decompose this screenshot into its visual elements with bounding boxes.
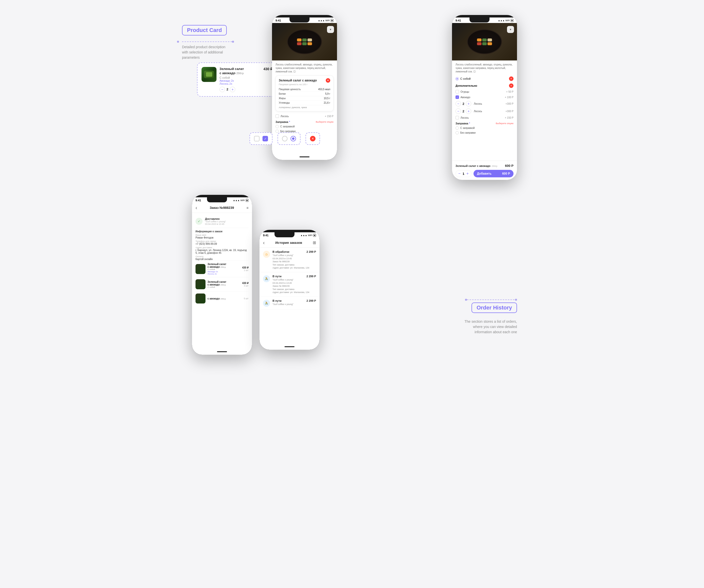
avocado-checkbox[interactable]: ✓	[456, 95, 459, 99]
delivery-sub: "Surf coffee x young"	[205, 220, 226, 223]
ingredient-name: Лосось	[281, 115, 289, 118]
phone-label: Телефон для связи:	[195, 240, 248, 243]
history-title: История заказов	[275, 241, 302, 245]
quantity-control: − 2 +	[220, 87, 273, 92]
order-history-description: The section stores a list of orders, whe…	[465, 319, 517, 335]
order-menu-icon[interactable]: ≡	[246, 206, 248, 210]
salmon-1-increase[interactable]: +	[466, 101, 471, 107]
history-back-button[interactable]: ‹	[263, 240, 265, 246]
mini-card-title: Зеленый салатс авокадо 250гр	[220, 67, 244, 75]
ui-radio-filled[interactable]	[291, 136, 296, 141]
back-button[interactable]: ‹	[195, 205, 197, 210]
product-desc-center: Лосось слабосоленый, авокадо, огурец, ру…	[276, 63, 334, 73]
order-item-3: с авокадо 250гр 5 шт	[195, 291, 248, 306]
history-filter-icon[interactable]: ⊞	[313, 240, 316, 245]
dressing-without[interactable]: Без заправки	[456, 130, 514, 135]
scroll-indicator-center	[299, 156, 309, 157]
salmon-checkbox[interactable]	[276, 114, 279, 118]
info-section-title: Информация о заказе	[195, 230, 248, 233]
mini-card-option: С собой	[220, 76, 273, 79]
qty-decrease[interactable]: −	[220, 87, 225, 92]
address-value: г. Барнаул, ул. Ленина 122А, кв. 19, под…	[195, 249, 248, 254]
notch-center	[290, 17, 309, 22]
order-history-section: Order History The section stores a list …	[465, 297, 517, 335]
status-time-right: 9:41	[456, 19, 461, 22]
order-item-1: Зеленый салатс авокадо 250гр С собой Аво…	[195, 261, 248, 277]
delivery-date: 03.04.2023 в 13:45	[205, 223, 226, 225]
ingredient-price: + 150 Р	[325, 115, 334, 118]
allergen-text: Аллергены: руккола, чукка	[279, 106, 330, 109]
product-card-description: Detailed product description with select…	[182, 45, 252, 60]
history-nav-bar: ‹ История заказов ⊞	[259, 238, 319, 248]
bottom-section: 9:41 ▲▲▲ WiFi ■ ‹ Заказ №988239 ≡ ✓	[177, 180, 527, 355]
product-card-section: Product Card Detailed product descriptio…	[182, 25, 252, 60]
order-item-img-1	[195, 264, 206, 274]
product-options-content: Лосось слабосоленый, авокадо, огурец, ру…	[452, 60, 517, 166]
phone-product-options: 9:41 ▲▲▲ WiFi ■	[452, 15, 517, 180]
history-item-info-1: В обработке 2 299 Р "Surf coffee x young…	[273, 250, 316, 269]
status-icons-right: ▲▲▲ WiFi ■	[498, 19, 514, 22]
cucumber-checkbox[interactable]	[456, 90, 459, 93]
mini-product-card-wrapper: Зеленый салатс авокадо 250гр 430 ₽ С соб…	[197, 62, 277, 97]
salmon-1-decrease[interactable]: −	[456, 101, 461, 107]
qty-increase[interactable]: +	[230, 87, 235, 92]
close-nutrition[interactable]: ✕	[326, 78, 330, 83]
mini-card-tag1: Авокадо 2х	[220, 79, 273, 82]
dressing-option-1[interactable]: С заправкой	[276, 124, 334, 129]
status-icons-order: ▲▲▲ WiFi ■	[233, 199, 248, 202]
add-to-cart-button[interactable]: Добавить 600 Р	[473, 170, 514, 177]
history-item-2[interactable]: 🚴 В пути 2 299 Р "Surf coffee x young" 0…	[259, 272, 319, 297]
mini-product-card[interactable]: Зеленый салатс авокадо 250гр 430 ₽ С соб…	[197, 62, 277, 97]
checkbox-components: ✓	[249, 132, 273, 145]
bottom-product-price: 600 Р	[505, 164, 514, 168]
order-nav-bar: ‹ Заказ №988239 ≡	[192, 203, 252, 213]
name-label: Ваше имя:	[195, 234, 248, 236]
phone-order-detail: 9:41 ▲▲▲ WiFi ■ ‹ Заказ №988239 ≡ ✓	[192, 195, 252, 355]
history-item-1[interactable]: ◷ В обработке 2 299 Р "Surf coffee x you…	[259, 248, 319, 272]
product-bottom-bar: Зеленый салат с авокадо 250гр 600 Р − 1 …	[452, 160, 517, 180]
name-value: Роман Фетодов	[195, 236, 248, 239]
soboi-option: С собой ✕	[456, 75, 514, 82]
order-detail-title: Заказ №988239	[210, 206, 234, 210]
dressing-with[interactable]: С заправкой	[456, 126, 514, 130]
history-dot-left	[465, 299, 467, 301]
status-time-order: 9:41	[195, 199, 201, 202]
nutrition-row-protein: Белки 5,9 г	[279, 92, 330, 96]
ui-checkbox-checked[interactable]: ✓	[262, 136, 268, 141]
salmon-3-checkbox[interactable]	[456, 116, 459, 119]
ui-radio-empty[interactable]	[282, 136, 288, 141]
ui-x-button[interactable]: ✕	[310, 136, 315, 141]
salmon-2-increase[interactable]: +	[466, 109, 471, 114]
history-icon-1: ◷	[263, 251, 270, 258]
nutrition-row-calories: Пищевая ценность 453,5 ккал	[279, 87, 330, 92]
order-status-row: ✓ Доставлен "Surf coffee x young" 03.04.…	[195, 215, 248, 228]
qty-control-bar: − 1 +	[456, 170, 471, 177]
close-additional[interactable]: ✕	[509, 83, 514, 88]
product-card-badge: Product Card	[182, 25, 227, 36]
history-icon-3: 🚴	[263, 300, 270, 307]
status-bar-order: 9:41 ▲▲▲ WiFi ■	[192, 197, 252, 203]
salmon-option-3: Лосось + 150 Р	[456, 115, 514, 120]
ingredient-salmon: Лосось + 150 Р	[276, 113, 334, 119]
cart-qty-minus[interactable]: −	[458, 171, 461, 176]
history-item-3[interactable]: 🚴 В пути 2 299 Р "Surf coffee x young"	[259, 297, 319, 310]
scroll-indicator-order	[217, 351, 227, 352]
cart-qty-plus[interactable]: +	[467, 171, 469, 176]
order-item-img-3	[195, 293, 206, 304]
notch-right	[469, 17, 489, 22]
soboi-radio[interactable]	[456, 77, 459, 80]
down-button-center[interactable]: ▾	[327, 26, 334, 33]
bottom-product-name: Зеленый салат с авокадо	[456, 165, 490, 168]
qty-value: 2	[227, 87, 228, 91]
mini-card-image	[201, 67, 217, 82]
dressing-header: Заправка * Выберите опцию	[276, 120, 334, 123]
payment-value: Картой онлайн	[195, 258, 248, 261]
ui-checkbox-empty[interactable]	[254, 136, 259, 141]
bottom-product-weight: 250гр	[491, 165, 497, 168]
phone-screen-order-detail: 9:41 ▲▲▲ WiFi ■ ‹ Заказ №988239 ≡ ✓	[192, 195, 252, 355]
salmon-2-decrease[interactable]: −	[456, 109, 461, 114]
close-soboi[interactable]: ✕	[509, 76, 514, 81]
food-image-right: ▾	[452, 23, 517, 60]
notch-order	[207, 197, 227, 202]
down-button-right[interactable]: ▾	[507, 26, 514, 33]
